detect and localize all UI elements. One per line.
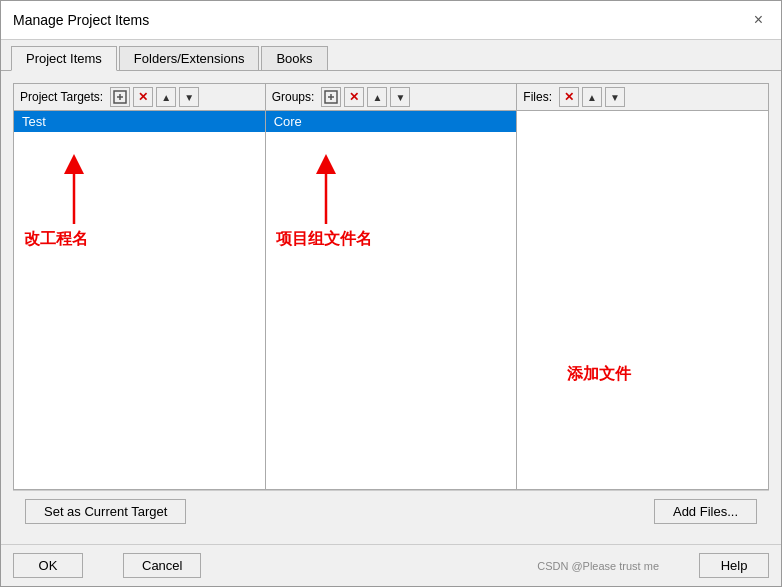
groups-header: Groups: ✕ ▲ ▼: [266, 84, 517, 111]
files-up-button[interactable]: ▲: [582, 87, 602, 107]
ok-button[interactable]: OK: [13, 553, 83, 578]
groups-panel: Groups: ✕ ▲ ▼ Core: [266, 84, 518, 489]
groups-label: Groups:: [272, 90, 315, 104]
cancel-button[interactable]: Cancel: [123, 553, 201, 578]
project-targets-list[interactable]: Test: [14, 111, 265, 489]
files-down-button[interactable]: ▼: [605, 87, 625, 107]
content-area: Project Targets: ✕ ▲ ▼ Test: [1, 71, 781, 544]
help-button[interactable]: Help: [699, 553, 769, 578]
project-targets-header: Project Targets: ✕ ▲ ▼: [14, 84, 265, 111]
groups-delete-button[interactable]: ✕: [344, 87, 364, 107]
close-button[interactable]: ×: [748, 9, 769, 31]
set-current-target-button[interactable]: Set as Current Target: [25, 499, 186, 524]
action-buttons-bar: Set as Current Target Add Files...: [13, 490, 769, 532]
tab-books[interactable]: Books: [261, 46, 327, 70]
groups-down-button[interactable]: ▼: [390, 87, 410, 107]
groups-add-button[interactable]: [321, 87, 341, 107]
manage-project-dialog: Manage Project Items × Project Items Fol…: [0, 0, 782, 587]
groups-up-button[interactable]: ▲: [367, 87, 387, 107]
targets-up-button[interactable]: ▲: [156, 87, 176, 107]
files-list[interactable]: [517, 111, 768, 489]
right-actions: Add Files...: [654, 499, 757, 524]
files-header: Files: ✕ ▲ ▼: [517, 84, 768, 111]
panels-wrapper: Project Targets: ✕ ▲ ▼ Test: [13, 83, 769, 490]
files-panel: Files: ✕ ▲ ▼ 添加文件: [517, 84, 768, 489]
add-files-button[interactable]: Add Files...: [654, 499, 757, 524]
left-actions: Set as Current Target: [25, 499, 186, 524]
project-targets-label: Project Targets:: [20, 90, 103, 104]
csdn-note: CSDN @Please trust me: [537, 560, 659, 572]
tabs-bar: Project Items Folders/Extensions Books: [1, 40, 781, 71]
project-targets-panel: Project Targets: ✕ ▲ ▼ Test: [14, 84, 266, 489]
list-item[interactable]: Test: [14, 111, 265, 132]
targets-delete-button[interactable]: ✕: [133, 87, 153, 107]
footer-bar: OK Cancel CSDN @Please trust me Help: [1, 544, 781, 586]
title-bar: Manage Project Items ×: [1, 1, 781, 40]
tab-folders-extensions[interactable]: Folders/Extensions: [119, 46, 260, 70]
files-label: Files:: [523, 90, 552, 104]
panels-row: Project Targets: ✕ ▲ ▼ Test: [13, 83, 769, 490]
list-item[interactable]: Core: [266, 111, 517, 132]
tab-project-items[interactable]: Project Items: [11, 46, 117, 71]
targets-add-button[interactable]: [110, 87, 130, 107]
targets-down-button[interactable]: ▼: [179, 87, 199, 107]
files-delete-button[interactable]: ✕: [559, 87, 579, 107]
dialog-title: Manage Project Items: [13, 12, 149, 28]
groups-list[interactable]: Core: [266, 111, 517, 489]
